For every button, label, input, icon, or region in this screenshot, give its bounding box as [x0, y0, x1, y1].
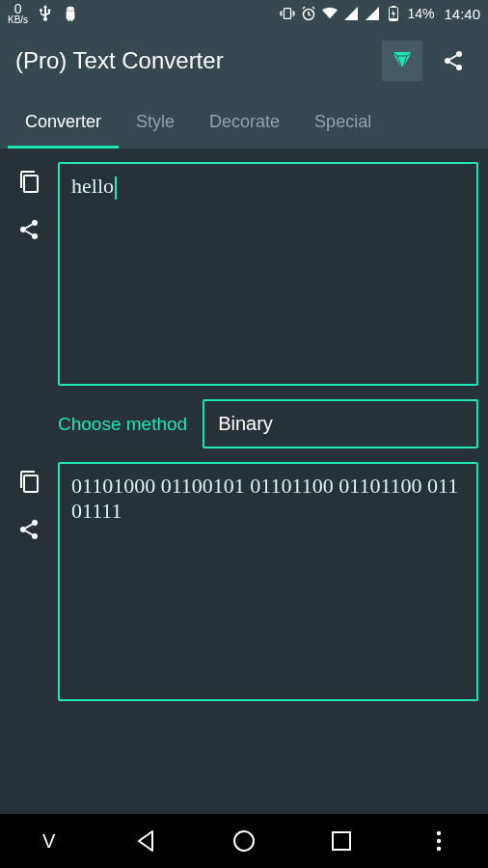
battery-icon [386, 6, 401, 21]
tab-special[interactable]: Special [297, 95, 389, 149]
recent-icon [331, 830, 352, 852]
method-row: Choose method Binary [10, 399, 478, 448]
net-speed: 0 KB/s [8, 2, 28, 25]
more-vert-icon [436, 830, 442, 852]
nav-v-button[interactable]: V [20, 822, 78, 860]
app-title: (Pro) Text Converter [15, 47, 370, 74]
status-right: 14% 14:40 [280, 6, 480, 22]
status-bar: 0 KB/s [0, 0, 488, 27]
nav-menu-button[interactable] [410, 822, 468, 860]
battery-pct: 14% [407, 6, 434, 21]
svg-point-11 [32, 220, 38, 226]
home-icon [231, 828, 257, 854]
signal-1-icon [343, 6, 359, 21]
system-nav-bar: V [0, 814, 488, 868]
nav-home-button[interactable] [215, 822, 273, 860]
output-row: 01101000 01100101 01101100 01101100 0110… [10, 462, 478, 701]
svg-rect-2 [285, 9, 291, 19]
copy-output-button[interactable] [14, 466, 44, 497]
app-share-button[interactable] [434, 41, 473, 80]
usb-icon [38, 6, 53, 21]
svg-point-1 [72, 9, 73, 10]
copy-input-button[interactable] [14, 166, 44, 197]
text-cursor [115, 176, 117, 200]
app-bar: (Pro) Text Converter [0, 27, 488, 95]
tab-bar: Converter Style Decorate Special [0, 95, 488, 149]
tab-style[interactable]: Style [119, 95, 192, 149]
svg-point-15 [32, 520, 38, 526]
share-icon [442, 49, 465, 72]
copy-icon [17, 169, 41, 194]
nav-v-label: V [42, 830, 55, 853]
svg-rect-14 [24, 475, 38, 492]
input-text: hello [71, 174, 114, 198]
svg-point-22 [437, 847, 441, 851]
output-text: 01101000 01100101 01101100 01101100 0110… [71, 474, 458, 523]
tab-label: Converter [25, 112, 101, 132]
app-logo-button[interactable] [382, 41, 422, 81]
share-output-button[interactable] [14, 514, 44, 545]
clock: 14:40 [444, 6, 480, 22]
svg-rect-19 [333, 832, 350, 850]
svg-point-17 [32, 533, 38, 539]
nav-back-button[interactable] [118, 822, 176, 860]
share-input-button[interactable] [14, 214, 44, 245]
output-textbox[interactable]: 01101000 01100101 01101100 01101100 0110… [58, 462, 478, 701]
wifi-icon [322, 6, 338, 21]
status-left: 0 KB/s [8, 2, 78, 25]
copy-icon [17, 469, 41, 494]
choose-method-label[interactable]: Choose method [58, 414, 187, 435]
vibrate-icon [280, 6, 295, 21]
tab-decorate[interactable]: Decorate [192, 95, 297, 149]
input-textbox[interactable]: hello [58, 162, 478, 386]
tab-label: Special [314, 112, 371, 132]
svg-point-9 [456, 65, 462, 70]
tab-label: Style [136, 112, 175, 132]
svg-point-13 [32, 233, 38, 239]
share-icon [17, 518, 41, 541]
svg-point-16 [20, 527, 26, 532]
input-row: hello [10, 162, 478, 386]
tab-label: Decorate [209, 112, 280, 132]
back-icon [134, 828, 159, 854]
signal-2-icon [365, 6, 380, 21]
net-speed-unit: KB/s [8, 15, 28, 25]
input-actions [10, 162, 48, 386]
svg-point-12 [20, 227, 26, 232]
output-actions [10, 462, 48, 701]
method-selected-value: Binary [218, 413, 273, 434]
diamond-icon [389, 48, 416, 73]
svg-point-18 [234, 831, 254, 851]
svg-point-8 [445, 58, 450, 64]
android-icon [63, 6, 78, 21]
alarm-icon [301, 6, 316, 21]
svg-rect-6 [390, 18, 397, 20]
net-speed-value: 0 [14, 2, 22, 15]
method-select[interactable]: Binary [203, 399, 478, 448]
svg-rect-5 [392, 6, 395, 8]
tab-converter[interactable]: Converter [8, 95, 119, 149]
svg-point-7 [456, 51, 462, 57]
content-area: hello Choose method Binary [0, 149, 488, 814]
share-icon [17, 218, 41, 241]
svg-point-20 [437, 831, 441, 835]
svg-point-21 [437, 839, 441, 843]
svg-point-0 [68, 9, 69, 10]
svg-rect-10 [24, 176, 38, 192]
nav-recent-button[interactable] [312, 822, 370, 860]
